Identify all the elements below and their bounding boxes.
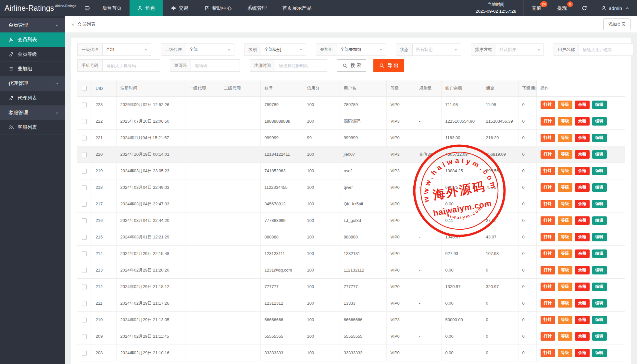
inject-button[interactable]: 打针 bbox=[541, 332, 555, 341]
inject-button[interactable]: 打针 bbox=[541, 150, 555, 159]
filter-phone-input[interactable] bbox=[106, 63, 156, 68]
refresh-icon[interactable] bbox=[575, 0, 594, 16]
level-button[interactable]: 等级 bbox=[558, 249, 572, 258]
level-button[interactable]: 等级 bbox=[558, 134, 572, 142]
level-button[interactable]: 等级 bbox=[558, 332, 572, 341]
level-button[interactable]: 等级 bbox=[558, 283, 572, 291]
filter-overlay-group-select[interactable]: 全部叠加组 bbox=[337, 43, 386, 56]
recharge-button[interactable]: 充值 24 bbox=[523, 0, 549, 16]
sidebar-group-agent-mgmt[interactable]: 代理管理 bbox=[0, 76, 65, 91]
balance-button[interactable]: 余额 bbox=[575, 266, 590, 274]
sidebar-item-agent-list[interactable]: 代理列表 bbox=[0, 91, 65, 105]
edit-button[interactable]: 编辑 bbox=[592, 183, 607, 192]
level-button[interactable]: 等级 bbox=[558, 117, 572, 126]
inject-button[interactable]: 打针 bbox=[541, 134, 555, 142]
row-checkbox[interactable] bbox=[82, 119, 87, 124]
inject-button[interactable]: 打针 bbox=[541, 233, 555, 241]
edit-button[interactable]: 编辑 bbox=[592, 233, 607, 241]
inject-button[interactable]: 打针 bbox=[541, 266, 555, 274]
filter-first-agent-select[interactable]: 全部 bbox=[102, 43, 151, 56]
row-checkbox[interactable] bbox=[82, 334, 87, 339]
sidebar-item-member-list[interactable]: 会员列表 bbox=[0, 32, 65, 47]
level-button[interactable]: 等级 bbox=[558, 167, 572, 175]
nav-item-system[interactable]: 系统管理 bbox=[240, 0, 275, 16]
row-checkbox[interactable] bbox=[82, 235, 87, 240]
withdraw-button[interactable]: 提现 0 bbox=[549, 0, 575, 16]
inject-button[interactable]: 打针 bbox=[541, 183, 555, 192]
inject-button[interactable]: 打针 bbox=[541, 299, 555, 308]
edit-button[interactable]: 编辑 bbox=[592, 349, 607, 357]
export-button[interactable]: 导 出 bbox=[373, 59, 404, 72]
search-button[interactable]: 搜 索 bbox=[337, 59, 366, 72]
nav-item-home-products[interactable]: 首页展示产品 bbox=[275, 0, 319, 16]
inject-button[interactable]: 打针 bbox=[541, 216, 555, 225]
level-button[interactable]: 等级 bbox=[558, 233, 572, 241]
inject-button[interactable]: 打针 bbox=[541, 283, 555, 291]
edit-button[interactable]: 编辑 bbox=[592, 266, 607, 274]
edit-button[interactable]: 编辑 bbox=[592, 117, 607, 126]
level-button[interactable]: 等级 bbox=[558, 150, 572, 159]
edit-button[interactable]: 编辑 bbox=[592, 216, 607, 225]
balance-button[interactable]: 余额 bbox=[575, 316, 590, 324]
select-all-checkbox[interactable] bbox=[82, 86, 87, 91]
filter-username-input[interactable] bbox=[582, 47, 630, 53]
filter-sort-select[interactable]: 默认排序 bbox=[496, 43, 544, 56]
admin-menu[interactable]: admin bbox=[594, 0, 637, 16]
row-checkbox[interactable] bbox=[82, 318, 87, 322]
filter-level-select[interactable]: 全部级别 bbox=[261, 43, 306, 56]
balance-button[interactable]: 余额 bbox=[575, 200, 590, 208]
filter-status-select[interactable]: 所有状态 bbox=[412, 43, 461, 56]
filter-register-time-input[interactable] bbox=[278, 63, 324, 68]
balance-button[interactable]: 余额 bbox=[575, 349, 590, 357]
sidebar-item-overlay-group[interactable]: 叠加组 bbox=[0, 62, 65, 76]
balance-button[interactable]: 余额 bbox=[575, 216, 590, 225]
balance-button[interactable]: 余额 bbox=[575, 283, 590, 291]
inject-button[interactable]: 打针 bbox=[541, 101, 555, 109]
edit-button[interactable]: 编辑 bbox=[592, 316, 607, 324]
filter-second-agent-select[interactable]: 全部 bbox=[186, 43, 234, 56]
balance-button[interactable]: 余额 bbox=[575, 183, 590, 192]
balance-button[interactable]: 余额 bbox=[575, 249, 590, 258]
row-checkbox[interactable] bbox=[82, 202, 87, 207]
menu-fold-icon[interactable] bbox=[80, 0, 94, 16]
level-button[interactable]: 等级 bbox=[558, 349, 572, 357]
row-checkbox[interactable] bbox=[82, 152, 87, 157]
nav-item-roles[interactable]: 角色 bbox=[130, 0, 163, 16]
row-checkbox[interactable] bbox=[82, 301, 87, 306]
level-button[interactable]: 等级 bbox=[558, 316, 572, 324]
inject-button[interactable]: 打针 bbox=[541, 349, 555, 357]
row-checkbox[interactable] bbox=[82, 185, 87, 190]
inject-button[interactable]: 打针 bbox=[541, 167, 555, 175]
row-checkbox[interactable] bbox=[82, 351, 87, 356]
edit-button[interactable]: 编辑 bbox=[592, 249, 607, 258]
balance-button[interactable]: 余额 bbox=[575, 101, 590, 109]
edit-button[interactable]: 编辑 bbox=[592, 134, 607, 142]
balance-button[interactable]: 余额 bbox=[575, 299, 590, 308]
filter-invite-code-input[interactable] bbox=[194, 63, 236, 68]
row-checkbox[interactable] bbox=[82, 251, 87, 256]
level-button[interactable]: 等级 bbox=[558, 200, 572, 208]
edit-button[interactable]: 编辑 bbox=[592, 283, 607, 291]
inject-button[interactable]: 打针 bbox=[541, 316, 555, 324]
row-checkbox[interactable] bbox=[82, 169, 87, 174]
level-button[interactable]: 等级 bbox=[558, 216, 572, 225]
row-checkbox[interactable] bbox=[82, 268, 87, 273]
balance-button[interactable]: 余额 bbox=[575, 150, 590, 159]
nav-item-help-center[interactable]: 帮助中心 bbox=[196, 0, 240, 16]
row-checkbox[interactable] bbox=[82, 103, 87, 107]
row-checkbox[interactable] bbox=[82, 218, 87, 223]
add-member-button[interactable]: 添加会员 bbox=[603, 18, 631, 30]
balance-button[interactable]: 余额 bbox=[575, 167, 590, 175]
inject-button[interactable]: 打针 bbox=[541, 117, 555, 126]
sidebar-item-service-list[interactable]: 客服列表 bbox=[0, 120, 65, 135]
level-button[interactable]: 等级 bbox=[558, 101, 572, 109]
inject-button[interactable]: 打针 bbox=[541, 249, 555, 258]
sidebar-group-member-mgmt[interactable]: 会员管理 bbox=[0, 18, 65, 32]
nav-item-trade[interactable]: 交易 bbox=[163, 0, 196, 16]
level-button[interactable]: 等级 bbox=[558, 299, 572, 308]
sidebar-item-member-level[interactable]: 会员等级 bbox=[0, 47, 65, 62]
row-checkbox[interactable] bbox=[82, 285, 87, 289]
edit-button[interactable]: 编辑 bbox=[592, 167, 607, 175]
edit-button[interactable]: 编辑 bbox=[592, 200, 607, 208]
balance-button[interactable]: 余额 bbox=[575, 117, 590, 126]
